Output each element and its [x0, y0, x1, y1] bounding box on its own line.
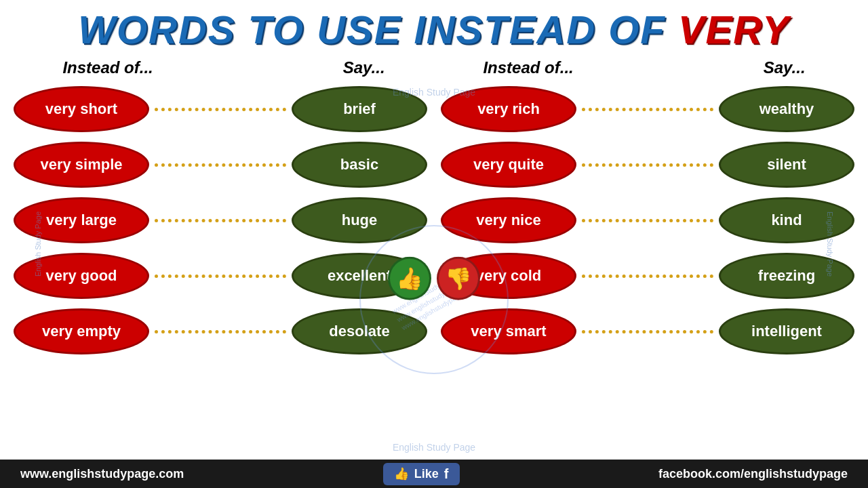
- title-part2: VERY: [678, 7, 790, 52]
- say-pill-r4: freezing: [719, 253, 854, 299]
- like-button[interactable]: 👍 Like f: [383, 463, 460, 485]
- instead-pill-r3: very nice: [441, 197, 576, 243]
- say-pill-r5: intelligent: [719, 308, 854, 354]
- right-column: very rich wealthy very quite silent very…: [434, 80, 861, 460]
- instead-pill-2: very simple: [14, 142, 149, 188]
- left-instead-header: Instead of...: [62, 58, 153, 77]
- right-say-header: Say...: [764, 58, 806, 77]
- connector-r2: [582, 163, 713, 167]
- footer-website: www.englishstudypage.com: [20, 467, 184, 481]
- say-pill-r2: silent: [719, 142, 854, 188]
- title-bar: WORDS TO USE INSTEAD OF VERY: [0, 0, 868, 56]
- instead-pill-r1: very rich: [441, 86, 576, 132]
- title-text: WORDS TO USE INSTEAD OF VERY: [78, 7, 790, 52]
- left-say-header: Say...: [343, 58, 385, 77]
- say-pill-2: basic: [292, 142, 427, 188]
- facebook-f-icon: f: [444, 466, 449, 482]
- connector-2: [155, 163, 286, 167]
- pair-row-3: very large huge: [14, 194, 427, 247]
- right-instead-header: Instead of...: [483, 58, 573, 77]
- instead-pill-5: very empty: [14, 308, 149, 354]
- thumbs-down-icon: 👎: [437, 257, 480, 300]
- left-column: very short brief very simple basic very …: [7, 80, 434, 460]
- like-thumb-icon: 👍: [394, 466, 409, 481]
- say-pill-5: desolate: [292, 308, 427, 354]
- footer: www.englishstudypage.com 👍 Like f facebo…: [0, 460, 868, 488]
- pair-row-1: very short brief: [14, 83, 427, 136]
- instead-pill-4: very good: [14, 253, 149, 299]
- say-pill-r3: kind: [719, 197, 854, 243]
- pair-row-2: very simple basic: [14, 138, 427, 191]
- right-headers: Instead of... Say...: [442, 58, 846, 77]
- connector-r5: [582, 330, 713, 333]
- pair-row-4: very good excellent: [14, 249, 427, 302]
- title-part1: WORDS TO USE INSTEAD OF: [78, 7, 678, 52]
- instead-pill-3: very large: [14, 197, 149, 243]
- like-label: Like: [414, 467, 439, 481]
- say-pill-1: brief: [292, 86, 427, 132]
- pair-row-r1: very rich wealthy: [441, 83, 854, 136]
- say-pill-3: huge: [292, 197, 427, 243]
- pair-row-r5: very smart intelligent: [441, 305, 854, 358]
- connector-3: [155, 219, 286, 222]
- instead-pill-r5: very smart: [441, 308, 576, 354]
- say-pill-r1: wealthy: [719, 86, 854, 132]
- left-headers: Instead of... Say...: [22, 58, 425, 77]
- footer-facebook: facebook.com/englishstudypage: [658, 467, 848, 481]
- column-headers: Instead of... Say... Instead of... Say..…: [0, 56, 868, 80]
- pair-row-5: very empty desolate: [14, 305, 427, 358]
- connector-4: [155, 274, 286, 278]
- connector-r3: [582, 219, 713, 222]
- connector-r1: [582, 108, 713, 111]
- instead-pill-r2: very quite: [441, 142, 576, 188]
- thumbs-up-icon: 👍: [388, 257, 431, 300]
- instead-pill-1: very short: [14, 86, 149, 132]
- main-content: English Study Page www.englishstudypage.…: [0, 80, 868, 460]
- pair-row-r2: very quite silent: [441, 138, 854, 191]
- connector-5: [155, 330, 286, 333]
- center-icons: 👍 👎: [388, 257, 480, 300]
- connector-r4: [582, 274, 713, 278]
- pair-row-r3: very nice kind: [441, 194, 854, 247]
- connector-1: [155, 108, 286, 111]
- pair-row-r4: very cold freezing: [441, 249, 854, 302]
